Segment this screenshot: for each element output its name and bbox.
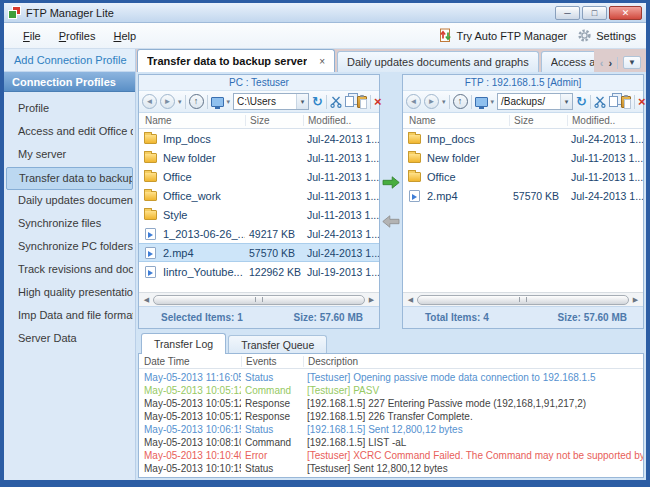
forward-button[interactable]: ► bbox=[424, 94, 439, 109]
column-size[interactable]: Size bbox=[245, 115, 303, 126]
history-dropdown-icon[interactable]: ▾ bbox=[442, 98, 446, 106]
tab-scroll-left-icon[interactable]: ‹ bbox=[600, 57, 604, 69]
file-row[interactable]: 1_2013-06-26_...49217 KBJul-24-2013 1... bbox=[139, 224, 379, 243]
path-combobox[interactable]: C:\Users▾ bbox=[233, 93, 309, 110]
file-row[interactable]: Imp_docsJul-24-2013 1... bbox=[403, 129, 643, 148]
menu-file[interactable]: File bbox=[14, 27, 50, 45]
local-horizontal-scrollbar[interactable]: ◀ ▶ bbox=[139, 292, 379, 306]
log-event: Command bbox=[241, 437, 303, 448]
path-combobox[interactable]: /Backups/▾ bbox=[497, 93, 573, 110]
back-button[interactable]: ◄ bbox=[142, 94, 157, 109]
copy-button[interactable] bbox=[345, 96, 354, 107]
paste-button[interactable] bbox=[621, 96, 631, 108]
paste-button[interactable] bbox=[357, 96, 367, 108]
sidebar-item-track-revisions-and-docu[interactable]: Track revisions and docu.. bbox=[6, 259, 133, 282]
log-time: May-05-2013 10:05:12 bbox=[139, 398, 241, 409]
scroll-left-icon[interactable]: ◀ bbox=[404, 296, 417, 304]
path-dropdown-icon[interactable]: ▾ bbox=[560, 94, 572, 109]
close-button[interactable]: ✕ bbox=[609, 6, 642, 20]
sidebar-item-synchronize-pc-folders[interactable]: Synchronize PC folders bbox=[6, 236, 133, 259]
log-tab-transfer-log[interactable]: Transfer Log bbox=[141, 333, 226, 354]
drive-dropdown-icon[interactable]: ▾ bbox=[227, 98, 231, 106]
scrollbar-thumb[interactable] bbox=[417, 295, 629, 305]
column-size[interactable]: Size bbox=[509, 115, 567, 126]
menu-help[interactable]: Help bbox=[104, 27, 145, 45]
file-name: Office_work bbox=[163, 190, 245, 202]
close-tab-icon[interactable]: × bbox=[319, 56, 325, 67]
file-row[interactable]: Imp_docsJul-24-2013 1... bbox=[139, 129, 379, 148]
tab-label: Daily updates documents and graphs bbox=[347, 56, 529, 68]
sidebar-item-high-quality-presentation[interactable]: High quality presentation.. bbox=[6, 282, 133, 305]
forward-button[interactable]: ► bbox=[160, 94, 175, 109]
media-file-icon bbox=[145, 228, 156, 240]
file-row[interactable]: New folderJul-11-2013 1... bbox=[139, 148, 379, 167]
tab-label: Transfer data to backup server bbox=[147, 55, 307, 67]
sidebar-item-server-data[interactable]: Server Data bbox=[6, 328, 133, 351]
up-directory-button[interactable]: ↑ bbox=[189, 94, 204, 109]
log-tab-transfer-queue[interactable]: Transfer Queue bbox=[228, 335, 327, 354]
column-description[interactable]: Description bbox=[303, 356, 643, 367]
scroll-right-icon[interactable]: ▶ bbox=[365, 296, 378, 304]
log-time: May-05-2013 10:08:10 bbox=[139, 437, 241, 448]
cut-button[interactable] bbox=[594, 96, 606, 108]
folder-icon bbox=[144, 134, 157, 144]
delete-button[interactable]: × bbox=[638, 95, 646, 108]
refresh-button[interactable]: ↻ bbox=[576, 95, 587, 109]
sidebar-item-profile[interactable]: Profile bbox=[6, 98, 133, 121]
tab-label: Access and edit Office docum bbox=[551, 56, 594, 68]
drive-selector-button[interactable] bbox=[211, 97, 224, 107]
file-row[interactable]: StyleJul-11-2013 1... bbox=[139, 205, 379, 224]
tab-access-and-edit-office-docum[interactable]: Access and edit Office docum bbox=[541, 51, 594, 72]
tab-daily-updates-documents-and-graphs[interactable]: Daily updates documents and graphs bbox=[337, 51, 539, 72]
file-row[interactable]: 2.mp457570 KBJul-24-2013 1... bbox=[403, 186, 643, 205]
file-row[interactable]: New folderJul-11-2013 1... bbox=[403, 148, 643, 167]
log-description: [Testuser] XCRC Command Failed. The Comm… bbox=[303, 450, 643, 461]
drive-dropdown-icon[interactable]: ▾ bbox=[491, 98, 495, 106]
file-row[interactable]: OfficeJul-11-2013 1... bbox=[139, 167, 379, 186]
sidebar-item-access-and-edit-office-d[interactable]: Access and edit Office d.. bbox=[6, 121, 133, 144]
try-auto-ftp-button[interactable]: Try Auto FTP Manager bbox=[437, 28, 568, 43]
file-row[interactable]: Iintro_Youtube...122962 KBJul-19-2013 1.… bbox=[139, 262, 379, 281]
column-modified[interactable]: Modified.. bbox=[567, 115, 643, 126]
sidebar-item-transfer-data-to-backup[interactable]: Transfer data to backup.. bbox=[6, 167, 133, 190]
path-dropdown-icon[interactable]: ▾ bbox=[296, 94, 308, 109]
column-modified[interactable]: Modified.. bbox=[303, 115, 379, 126]
scroll-left-icon[interactable]: ◀ bbox=[140, 296, 153, 304]
tab-scroll-right-icon[interactable]: › bbox=[608, 57, 612, 69]
maximize-button[interactable]: □ bbox=[582, 6, 607, 20]
tab-transfer-data-to-backup-server[interactable]: Transfer data to backup server× bbox=[137, 49, 335, 72]
add-connection-profile-link[interactable]: Add Connection Profile bbox=[4, 49, 135, 72]
history-dropdown-icon[interactable]: ▾ bbox=[178, 98, 182, 106]
upload-arrow-button[interactable] bbox=[382, 176, 400, 189]
menu-profiles[interactable]: Profiles bbox=[50, 27, 105, 45]
remote-file-list: Imp_docsJul-24-2013 1...New folderJul-11… bbox=[403, 129, 643, 292]
toolbar-divider bbox=[207, 95, 208, 109]
refresh-button[interactable]: ↻ bbox=[312, 95, 323, 109]
cut-button[interactable] bbox=[330, 96, 342, 108]
back-button[interactable]: ◄ bbox=[406, 94, 421, 109]
tab-list-dropdown-icon[interactable]: ▼ bbox=[623, 56, 641, 69]
column-name[interactable]: Name bbox=[403, 115, 509, 126]
log-time: May-05-2013 10:06:15 bbox=[139, 424, 241, 435]
settings-button[interactable]: Settings bbox=[577, 28, 636, 43]
copy-button[interactable] bbox=[609, 96, 618, 107]
sidebar-item-synchronize-files[interactable]: Synchronize files bbox=[6, 213, 133, 236]
toolbar-divider bbox=[634, 95, 635, 109]
column-name[interactable]: Name bbox=[139, 115, 245, 126]
sidebar-item-daily-updates-document[interactable]: Daily updates document.. bbox=[6, 190, 133, 213]
scroll-right-icon[interactable]: ▶ bbox=[629, 296, 642, 304]
up-directory-button[interactable]: ↑ bbox=[453, 94, 468, 109]
scrollbar-thumb[interactable] bbox=[153, 295, 365, 305]
drive-selector-button[interactable] bbox=[475, 97, 488, 107]
download-arrow-button[interactable] bbox=[382, 215, 400, 228]
file-row[interactable]: OfficeJul-11-2013 1... bbox=[403, 167, 643, 186]
minimize-button[interactable]: ─ bbox=[555, 6, 580, 20]
column-date-time[interactable]: Date Time bbox=[139, 356, 241, 367]
folder-icon bbox=[408, 172, 421, 182]
sidebar-item-my-server[interactable]: My server bbox=[6, 144, 133, 167]
sidebar-item-imp-data-and-file-format[interactable]: Imp Data and file format.. bbox=[6, 305, 133, 328]
remote-horizontal-scrollbar[interactable]: ◀ ▶ bbox=[403, 292, 643, 306]
file-row[interactable]: Office_workJul-11-2013 1... bbox=[139, 186, 379, 205]
column-events[interactable]: Events bbox=[241, 356, 303, 367]
file-row[interactable]: 2.mp457570 KBJul-24-2013 1... bbox=[139, 243, 379, 262]
